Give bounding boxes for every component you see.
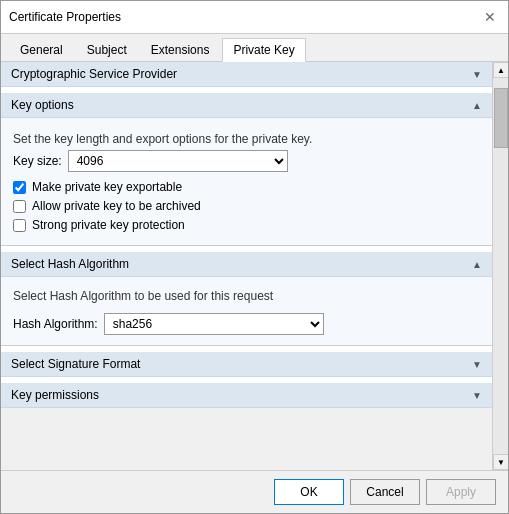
scrollbar[interactable]: ▲ ▼ (492, 62, 508, 470)
close-button[interactable]: ✕ (480, 7, 500, 27)
key-options-label: Key options (11, 98, 74, 112)
bottom-buttons-bar: OK Cancel Apply (1, 470, 508, 513)
title-bar: Certificate Properties ✕ (1, 1, 508, 34)
tab-subject[interactable]: Subject (76, 38, 138, 61)
key-permissions-header[interactable]: Key permissions ▼ (1, 383, 492, 408)
key-size-row: Key size: 4096 1024 2048 (13, 150, 480, 172)
key-size-label: Key size: (13, 154, 62, 168)
tabs-bar: General Subject Extensions Private Key (1, 34, 508, 62)
hash-algorithm-body: Select Hash Algorithm to be used for thi… (1, 277, 492, 346)
allow-archive-checkbox[interactable] (13, 200, 26, 213)
ok-button[interactable]: OK (274, 479, 344, 505)
make-exportable-checkbox[interactable] (13, 181, 26, 194)
allow-archive-label[interactable]: Allow private key to be archived (32, 199, 201, 213)
cancel-button[interactable]: Cancel (350, 479, 420, 505)
checkbox-strong-protection: Strong private key protection (13, 218, 480, 232)
key-options-description: Set the key length and export options fo… (13, 126, 480, 150)
key-options-chevron: ▲ (472, 100, 482, 111)
scroll-down-arrow[interactable]: ▼ (493, 454, 508, 470)
signature-format-chevron: ▼ (472, 359, 482, 370)
crypto-provider-chevron: ▼ (472, 69, 482, 80)
strong-protection-checkbox[interactable] (13, 219, 26, 232)
bottom-padding (1, 408, 492, 438)
tab-extensions[interactable]: Extensions (140, 38, 221, 61)
apply-button[interactable]: Apply (426, 479, 496, 505)
content-area: Cryptographic Service Provider ▼ Key opt… (1, 62, 508, 470)
key-permissions-label: Key permissions (11, 388, 99, 402)
certificate-properties-window: Certificate Properties ✕ General Subject… (0, 0, 509, 514)
hash-algo-label: Hash Algorithm: (13, 317, 98, 331)
hash-algorithm-label: Select Hash Algorithm (11, 257, 129, 271)
hash-algo-row: Hash Algorithm: sha256 sha1 sha384 sha51… (13, 313, 480, 335)
content-scroll: Cryptographic Service Provider ▼ Key opt… (1, 62, 492, 470)
crypto-provider-header[interactable]: Cryptographic Service Provider ▼ (1, 62, 492, 87)
key-size-select[interactable]: 4096 1024 2048 (68, 150, 288, 172)
checkbox-allow-archive: Allow private key to be archived (13, 199, 480, 213)
crypto-provider-label: Cryptographic Service Provider (11, 67, 177, 81)
signature-format-label: Select Signature Format (11, 357, 140, 371)
window-title: Certificate Properties (9, 10, 121, 24)
signature-format-header[interactable]: Select Signature Format ▼ (1, 352, 492, 377)
checkbox-make-exportable: Make private key exportable (13, 180, 480, 194)
scroll-thumb[interactable] (494, 88, 508, 148)
hash-algorithm-header[interactable]: Select Hash Algorithm ▲ (1, 252, 492, 277)
key-options-body: Set the key length and export options fo… (1, 118, 492, 246)
key-permissions-chevron: ▼ (472, 390, 482, 401)
make-exportable-label[interactable]: Make private key exportable (32, 180, 182, 194)
hash-algorithm-description: Select Hash Algorithm to be used for thi… (13, 283, 480, 307)
tab-private-key[interactable]: Private Key (222, 38, 305, 62)
hash-algo-select[interactable]: sha256 sha1 sha384 sha512 (104, 313, 324, 335)
hash-algorithm-chevron: ▲ (472, 259, 482, 270)
tab-general[interactable]: General (9, 38, 74, 61)
scroll-up-arrow[interactable]: ▲ (493, 62, 508, 78)
strong-protection-label[interactable]: Strong private key protection (32, 218, 185, 232)
key-options-header[interactable]: Key options ▲ (1, 93, 492, 118)
scroll-track[interactable] (493, 78, 508, 454)
